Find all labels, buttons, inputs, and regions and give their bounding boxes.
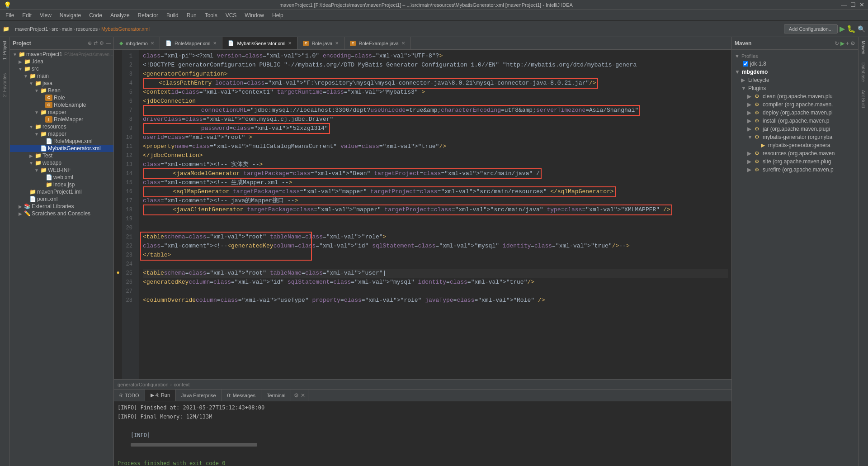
tree-item-Role[interactable]: CRole bbox=[10, 94, 113, 101]
tab-mbgdemo[interactable]: ◆mbgdemo✕ bbox=[114, 37, 160, 49]
maven-panel-tab[interactable]: Maven bbox=[860, 39, 867, 56]
breadcrumb-context[interactable]: context bbox=[174, 382, 189, 387]
favorites-panel-tab[interactable]: 2: Favorites bbox=[1, 71, 8, 99]
tree-item-mapper[interactable]: ▼📁mapper bbox=[10, 109, 113, 116]
maven-jdk-item[interactable]: jdk-1.8 bbox=[732, 60, 858, 68]
breadcrumb-resources[interactable]: resources bbox=[76, 26, 98, 32]
menu-item-tools[interactable]: Tools bbox=[201, 11, 221, 19]
database-panel-tab[interactable]: Database bbox=[860, 61, 867, 84]
breadcrumb-src[interactable]: src bbox=[52, 26, 58, 32]
bottom-tab-6:-todo[interactable]: 6: TODO bbox=[114, 390, 145, 401]
tree-item-mavenProject1.iml[interactable]: 📁mavenProject1.iml bbox=[10, 188, 113, 195]
tab-close[interactable]: ✕ bbox=[213, 41, 217, 46]
gutter-line-9 bbox=[114, 124, 122, 133]
tab-close[interactable]: ✕ bbox=[151, 41, 154, 46]
maven-item-jar(org.apache.maven[interactable]: ▶⚙jar (org.apache.maven.plugi bbox=[732, 125, 858, 133]
tree-item-Test[interactable]: ▶📁Test bbox=[10, 152, 113, 159]
tree-item-java[interactable]: ▼📁java bbox=[10, 80, 113, 87]
tab-Role.java[interactable]: CRole.java✕ bbox=[297, 37, 344, 49]
breadcrumb-file: MybatisGenerator.xml bbox=[101, 26, 150, 32]
maven-run-icon[interactable]: ▶ bbox=[840, 40, 844, 47]
tree-item-src[interactable]: ▼📁src bbox=[10, 65, 113, 72]
debug-button[interactable]: 🐛 bbox=[847, 24, 856, 33]
maven-settings-icon[interactable]: ⚙ bbox=[850, 40, 855, 47]
editor-content[interactable]: ● 12345678910111213141516171819202122232… bbox=[114, 50, 731, 379]
maven-item-label: deploy (org.apache.maven.pl bbox=[763, 109, 833, 116]
bottom-tab-4:-run[interactable]: ▶ 4: Run bbox=[145, 390, 176, 401]
sidebar-add-icon[interactable]: ⊕ bbox=[88, 40, 92, 46]
tree-item-MybatisGenerator.xml[interactable]: 📄MybatisGenerator.xml bbox=[10, 145, 113, 152]
maven-item-resources(org.apache[interactable]: ▶⚙resources (org.apache.maven bbox=[732, 149, 858, 157]
code-area[interactable]: class="xml-pi"><?xml version=class="xml-… bbox=[139, 50, 731, 379]
menu-item-view[interactable]: View bbox=[36, 11, 55, 19]
tree-item-mavenProject1-root[interactable]: ▼📁mavenProject1F:\IdeaProjects\maven... bbox=[10, 51, 113, 58]
tree-item-index.jsp[interactable]: 📁index.jsp bbox=[10, 181, 113, 188]
maven-item-deploy(org.apache.ma[interactable]: ▶⚙deploy (org.apache.maven.pl bbox=[732, 109, 858, 117]
settings-icon[interactable]: ⚙ bbox=[294, 392, 299, 399]
menu-item-navigate[interactable]: Navigate bbox=[56, 11, 85, 19]
tree-item-pom.xml[interactable]: 📄pom.xml bbox=[10, 195, 113, 203]
bottom-tab-terminal[interactable]: Terminal bbox=[261, 390, 292, 401]
maximize-button[interactable]: ☐ bbox=[850, 1, 856, 8]
tab-close[interactable]: ✕ bbox=[335, 41, 339, 46]
menu-item-window[interactable]: Window bbox=[241, 11, 268, 19]
tree-item-webapp[interactable]: ▼📁webapp bbox=[10, 159, 113, 166]
breadcrumb-main[interactable]: main bbox=[61, 26, 72, 32]
maven-reload-icon[interactable]: ↻ bbox=[835, 40, 839, 47]
maven-item-site(org.apache.mave[interactable]: ▶⚙site (org.apache.maven.plug bbox=[732, 157, 858, 166]
menu-item-refactor[interactable]: Refactor bbox=[134, 11, 162, 19]
tree-item-mapper-res[interactable]: ▼📁mapper bbox=[10, 130, 113, 138]
maven-item-compiler(org.apache.[interactable]: ▶⚙compiler (org.apache.maven. bbox=[732, 100, 858, 109]
maven-item-clean(org.apache.mav[interactable]: ▶⚙clean (org.apache.maven.plu bbox=[732, 92, 858, 100]
tree-item-idea[interactable]: ▶📁.idea bbox=[10, 58, 113, 65]
tree-item-RoleExample[interactable]: CRoleExample bbox=[10, 101, 113, 109]
breadcrumb-root[interactable]: mavenProject1 bbox=[15, 26, 48, 32]
minimize-button[interactable]: — bbox=[841, 1, 847, 8]
tab-RoleMapper.xml[interactable]: 📄RoleMapper.xml✕ bbox=[160, 37, 222, 49]
maven-add-icon[interactable]: + bbox=[846, 40, 849, 47]
bottom-tab-java-enterprise[interactable]: Java Enterprise bbox=[176, 390, 222, 401]
sidebar-settings-icon[interactable]: ⚙ bbox=[99, 40, 104, 46]
tree-item-main[interactable]: ▼📁main bbox=[10, 72, 113, 80]
tree-item-web.xml[interactable]: 📄web.xml bbox=[10, 174, 113, 181]
close-button[interactable]: ✕ bbox=[859, 1, 864, 8]
maven-item-mybatis-generator:ge[interactable]: ▶mybatis-generator:genera bbox=[732, 141, 858, 149]
project-panel-tab[interactable]: 1: Project bbox=[1, 39, 8, 62]
menu-item-build[interactable]: Build bbox=[163, 11, 182, 19]
menu-item-vcs[interactable]: VCS bbox=[222, 11, 241, 19]
tree-item-resources[interactable]: ▼📁resources bbox=[10, 123, 113, 130]
maven-item-mybatis-generator(or[interactable]: ▼⚙mybatis-generator (org.myba bbox=[732, 133, 858, 141]
menu-item-help[interactable]: Help bbox=[269, 11, 287, 19]
tree-item-Scratches[interactable]: ▶✏️Scratches and Consoles bbox=[10, 210, 113, 217]
tab-MybatisGenerator.xml[interactable]: 📄MybatisGenerator.xml✕ bbox=[222, 37, 297, 49]
run-button[interactable]: ▶ bbox=[840, 24, 845, 33]
tree-item-Bean[interactable]: ▼📁Bean bbox=[10, 87, 113, 94]
maven-item-lifecycle[interactable]: ▶Lifecycle bbox=[732, 76, 858, 84]
breadcrumb-generator-config[interactable]: generatorConfiguration bbox=[118, 382, 169, 387]
tab-close[interactable]: ✕ bbox=[288, 41, 292, 46]
add-configuration-button[interactable]: Add Configuration... bbox=[784, 24, 838, 33]
run-success-msg[interactable]: Process finished with exit code 0 bbox=[118, 459, 728, 466]
tree-item-External Libraries[interactable]: ▶📚External Libraries bbox=[10, 203, 113, 210]
menu-item-file[interactable]: File bbox=[2, 11, 18, 19]
bottom-tab-0:-messages[interactable]: 0: Messages bbox=[222, 390, 261, 401]
sidebar-collapse-icon[interactable]: — bbox=[106, 40, 111, 46]
menu-item-run[interactable]: Run bbox=[183, 11, 200, 19]
tree-item-RoleMapper[interactable]: IRoleMapper bbox=[10, 116, 113, 123]
jdk-checkbox[interactable] bbox=[743, 61, 748, 67]
menu-item-code[interactable]: Code bbox=[85, 11, 106, 19]
menu-item-analyze[interactable]: Analyze bbox=[107, 11, 133, 19]
menu-item-edit[interactable]: Edit bbox=[19, 11, 35, 19]
maven-item-plugins[interactable]: ▼Plugins bbox=[732, 84, 858, 92]
maven-item-install(org.apache.m[interactable]: ▶⚙install (org.apache.maven.p bbox=[732, 117, 858, 125]
close-icon[interactable]: ✕ bbox=[301, 392, 305, 399]
search-everywhere-icon[interactable]: 🔍 bbox=[858, 25, 865, 33]
maven-item-mbgdemo[interactable]: ▼mbgdemo bbox=[732, 68, 858, 76]
tree-item-RoleMapper.xml[interactable]: 📄RoleMapper.xml bbox=[10, 138, 113, 145]
tab-RoleExample.java[interactable]: CRoleExample.java✕ bbox=[344, 37, 411, 49]
tree-item-WEB-INF[interactable]: ▼📁WEB-INF bbox=[10, 166, 113, 174]
tab-close[interactable]: ✕ bbox=[401, 41, 405, 46]
ant-build-panel-tab[interactable]: Ant Build bbox=[860, 88, 867, 110]
maven-item-surefire(org.apache.[interactable]: ▶⚙surefire (org.apache.maven.p bbox=[732, 166, 858, 174]
sidebar-sync-icon[interactable]: ⇄ bbox=[94, 40, 98, 46]
